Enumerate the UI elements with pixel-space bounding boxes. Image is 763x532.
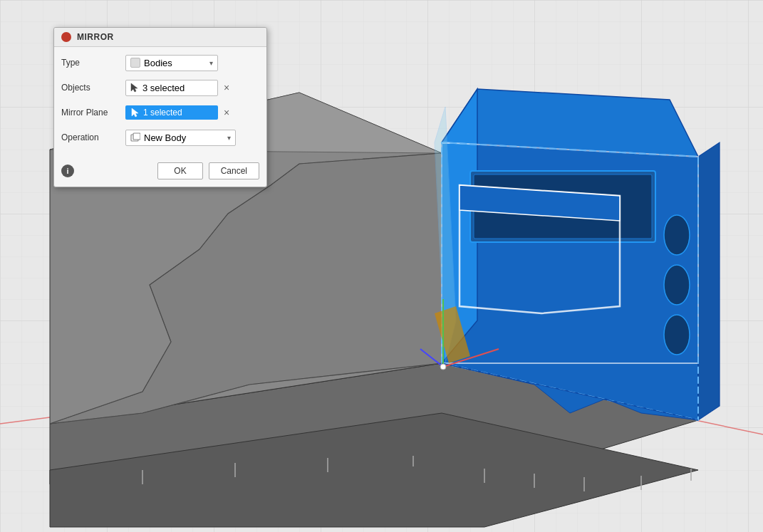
type-dropdown[interactable]: Bodies ▾ <box>125 55 218 71</box>
objects-value: 3 selected <box>142 83 185 93</box>
svg-point-24 <box>664 265 690 305</box>
type-control: Bodies ▾ <box>125 55 259 71</box>
svg-marker-19 <box>698 142 720 420</box>
cancel-button[interactable]: Cancel <box>209 162 259 179</box>
svg-point-25 <box>664 315 690 355</box>
svg-marker-41 <box>131 83 137 92</box>
mirror-dialog: MIRROR Type Bodies ▾ Objects <box>53 27 267 187</box>
mirror-plane-row: Mirror Plane 1 selected × <box>61 103 259 122</box>
operation-label: Operation <box>61 132 125 142</box>
objects-clear-button[interactable]: × <box>222 83 232 93</box>
type-dropdown-arrow: ▾ <box>209 59 213 67</box>
objects-row: Objects 3 selected × <box>61 78 259 98</box>
objects-control: 3 selected × <box>125 80 259 96</box>
mirror-plane-control: 1 selected × <box>125 105 259 120</box>
info-button[interactable]: i <box>61 165 74 177</box>
svg-marker-42 <box>132 108 138 117</box>
operation-dropdown[interactable]: New Body ▾ <box>125 130 236 146</box>
dialog-buttons: i OK Cancel <box>54 158 266 187</box>
type-value: Bodies <box>144 58 172 68</box>
dialog-title-bar: MIRROR <box>54 28 266 47</box>
operation-dropdown-arrow: ▾ <box>227 134 231 142</box>
dialog-close-icon[interactable] <box>61 32 71 42</box>
objects-selector[interactable]: 3 selected <box>125 80 218 96</box>
new-body-icon <box>130 132 140 142</box>
operation-value: New Body <box>144 132 186 143</box>
svg-point-23 <box>664 215 690 255</box>
dialog-title-text: MIRROR <box>77 32 114 42</box>
objects-cursor-icon <box>130 83 139 93</box>
mirror-plane-value: 1 selected <box>143 108 182 118</box>
ok-button[interactable]: OK <box>157 162 202 179</box>
svg-rect-44 <box>133 133 140 140</box>
dialog-body: Type Bodies ▾ Objects 3 sele <box>54 47 266 158</box>
objects-label: Objects <box>61 83 125 93</box>
mirror-plane-selector[interactable]: 1 selected <box>125 105 218 120</box>
type-label: Type <box>61 58 125 68</box>
mirror-plane-clear-button[interactable]: × <box>222 108 232 118</box>
operation-row: Operation New Body ▾ <box>61 127 259 147</box>
operation-control: New Body ▾ <box>125 130 259 146</box>
bodies-icon <box>130 58 140 68</box>
type-row: Type Bodies ▾ <box>61 53 259 73</box>
svg-point-33 <box>440 364 446 370</box>
mirror-plane-label: Mirror Plane <box>61 108 125 118</box>
mirror-cursor-icon <box>131 108 140 118</box>
